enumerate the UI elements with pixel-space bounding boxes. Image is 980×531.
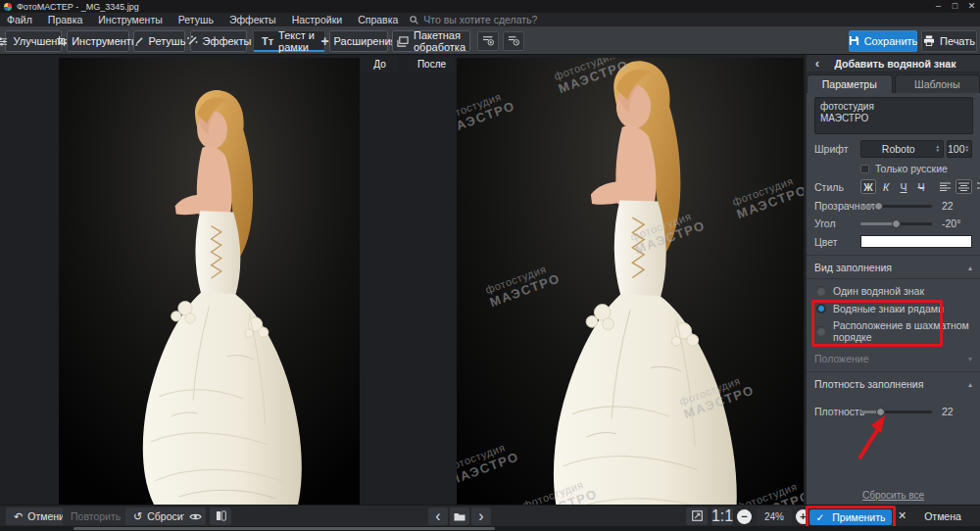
position-section-header[interactable]: Положение ▾ — [814, 353, 972, 364]
italic-button[interactable]: К — [878, 179, 894, 194]
angle-slider-handle[interactable] — [892, 219, 901, 228]
preset-history-button[interactable] — [503, 31, 524, 51]
only-russian-checkbox-row[interactable]: Только русские — [860, 163, 972, 174]
menu-tools[interactable]: Инструменты — [90, 13, 170, 26]
radio-checkerboard[interactable]: Расположение в шахматном порядке — [814, 317, 972, 345]
maximize-button[interactable]: □ — [947, 0, 963, 13]
radio-single-watermark[interactable]: Один водяной знак — [814, 283, 972, 299]
color-swatch[interactable] — [860, 235, 972, 248]
prev-photo-button[interactable]: ‹ — [428, 507, 448, 525]
printer-icon — [923, 35, 935, 48]
back-icon[interactable]: ‹ — [807, 56, 828, 71]
fill-type-title: Вид заполнения — [814, 262, 892, 273]
fit-to-screen-button[interactable] — [686, 507, 708, 525]
align-left-button[interactable] — [937, 179, 954, 194]
radio-checkerboard-label: Расположение в шахматном порядке — [833, 319, 972, 343]
batch-icon — [397, 36, 409, 47]
only-russian-label: Только русские — [875, 163, 948, 174]
watermark-panel: ‹ Добавить водяной знак Параметры Шаблон… — [806, 55, 980, 505]
undo-icon: ↶ — [14, 510, 23, 523]
menu-settings[interactable]: Настройки — [284, 13, 351, 26]
panel-tabs: Параметры Шаблоны — [807, 72, 980, 93]
radio-watermark-rows[interactable]: Водяные знаки рядами — [814, 301, 972, 316]
angle-label: Угол — [814, 217, 860, 229]
panel-header: ‹ Добавить водяной знак — [807, 55, 980, 72]
apply-button[interactable]: ✓ Применить — [809, 509, 892, 525]
opacity-slider[interactable] — [860, 202, 932, 211]
magic-wand-icon — [186, 35, 198, 47]
cancel-button[interactable]: Отмена — [909, 507, 976, 525]
chevron-down-icon[interactable]: ▾ — [968, 355, 972, 363]
position-title: Положение — [814, 353, 869, 364]
chevron-up-icon[interactable]: ▴ — [968, 380, 972, 389]
preset-history-icon — [508, 32, 520, 50]
print-button[interactable]: Печать — [921, 30, 977, 52]
title-bar: ФотоМАСТЕР - _MG_3345.jpg – □ ✕ — [0, 0, 980, 13]
horizontal-scrollbar[interactable] — [0, 526, 980, 531]
tab-parameters[interactable]: Параметры — [807, 74, 893, 93]
watermark-text-input[interactable]: фотостудия МАЭСТРО — [814, 97, 973, 134]
tab-retouch-label: Ретушь — [149, 35, 186, 47]
search-input[interactable]: Что вы хотите сделать? — [410, 14, 537, 25]
font-size-input[interactable]: 100 ▲▼ — [947, 140, 972, 158]
tab-enhance[interactable]: Улучшения — [5, 30, 62, 52]
density-slider[interactable] — [860, 408, 932, 416]
align-right-button[interactable] — [974, 179, 980, 194]
preview-original-button[interactable] — [184, 507, 206, 525]
preset-add-button[interactable] — [477, 31, 499, 51]
tab-tools[interactable]: Инструменты — [67, 30, 129, 52]
next-photo-button[interactable]: › — [471, 507, 491, 525]
zoom-1-1-button[interactable]: 1:1 — [711, 507, 733, 525]
menu-help[interactable]: Справка — [350, 13, 406, 26]
font-family-select[interactable]: Roboto ▲▼ — [860, 140, 944, 158]
compare-view-button[interactable] — [210, 507, 231, 525]
tab-extensions[interactable]: + Расширения — [329, 30, 388, 52]
scrollbar-thumb[interactable] — [74, 527, 495, 530]
tab-templates[interactable]: Шаблоны — [895, 74, 980, 93]
minimize-button[interactable]: – — [930, 0, 947, 13]
tab-batch-processing[interactable]: Пакетная обработка — [392, 30, 470, 52]
chevron-up-icon[interactable]: ▴ — [968, 264, 972, 272]
font-size-value: 100 — [948, 143, 965, 155]
cancel-x-icon[interactable]: ✕ — [898, 509, 906, 522]
density-slider-handle[interactable] — [876, 408, 885, 416]
menu-effects[interactable]: Эффекты — [221, 13, 284, 26]
angle-slider[interactable] — [860, 219, 932, 228]
density-label: Плотность — [814, 406, 860, 417]
menu-retouch[interactable]: Ретушь — [171, 13, 221, 26]
checkbox-icon[interactable] — [860, 165, 869, 173]
menu-file[interactable]: Файл — [0, 13, 40, 26]
tab-tools-label: Инструменты — [72, 35, 139, 47]
menu-edit[interactable]: Правка — [40, 13, 90, 26]
tab-text-frames[interactable]: Tт Текст и рамки — [253, 30, 325, 52]
tab-text-frames-label: Текст и рамки — [278, 29, 317, 53]
zoom-out-button[interactable]: − — [737, 509, 752, 524]
bold-button[interactable]: Ж — [860, 179, 876, 194]
density-section-header[interactable]: Плотность заполнения ▴ — [814, 378, 972, 390]
select-spinner-icon[interactable]: ▲▼ — [936, 145, 943, 153]
tab-effects[interactable]: Эффекты — [190, 30, 247, 52]
tab-retouch[interactable]: Ретушь — [133, 30, 185, 52]
save-icon — [849, 35, 859, 48]
before-toggle[interactable]: До — [361, 56, 399, 72]
open-folder-button[interactable] — [450, 507, 469, 525]
radio-icon[interactable] — [816, 304, 826, 314]
opacity-slider-handle[interactable] — [874, 202, 883, 211]
close-button[interactable]: ✕ — [963, 0, 980, 13]
save-button[interactable]: Сохранить — [849, 30, 917, 52]
fill-type-section-header[interactable]: Вид заполнения ▴ — [814, 262, 972, 273]
align-center-button[interactable] — [956, 179, 972, 194]
size-spinner-icon[interactable]: ▲▼ — [965, 145, 972, 153]
radio-icon[interactable] — [816, 286, 826, 296]
reset-all-link[interactable]: Сбросить все — [807, 490, 980, 501]
plus-icon: + — [320, 36, 328, 46]
before-photo — [59, 58, 360, 505]
after-toggle[interactable]: После — [409, 56, 455, 72]
radio-icon[interactable] — [816, 326, 826, 336]
strikethrough-button[interactable]: Ч — [913, 179, 929, 194]
underline-button[interactable]: Ч — [896, 179, 911, 194]
opacity-label: Прозрачность — [814, 200, 860, 212]
editor-canvas: фотостудияМАЭСТРОфотостудияМАЭСТРОфотост… — [0, 55, 806, 526]
text-tool-icon: Tт — [262, 35, 273, 47]
tune-icon — [0, 36, 8, 47]
